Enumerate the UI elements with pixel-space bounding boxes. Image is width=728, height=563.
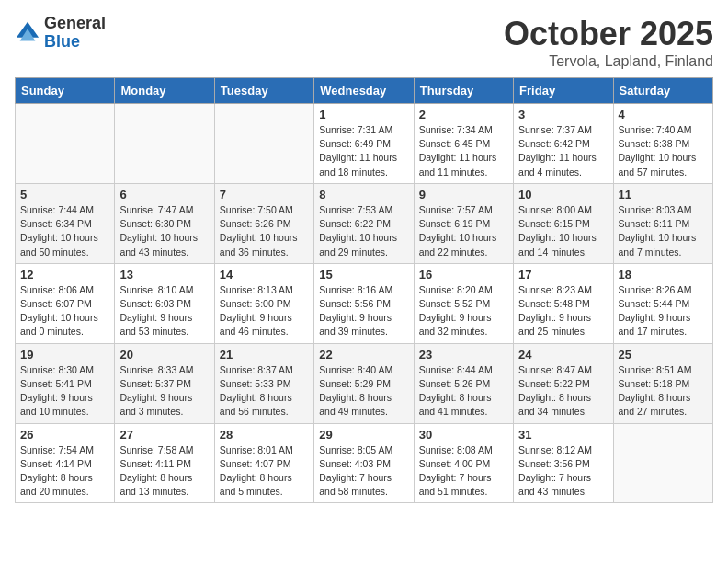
day-info: Sunrise: 7:31 AMSunset: 6:49 PMDaylight:… bbox=[319, 123, 408, 179]
day-number: 9 bbox=[419, 188, 508, 201]
calendar-cell: 8Sunrise: 7:53 AMSunset: 6:22 PMDaylight… bbox=[314, 183, 414, 263]
calendar-cell: 6Sunrise: 7:47 AMSunset: 6:30 PMDaylight… bbox=[115, 183, 214, 263]
calendar-cell: 20Sunrise: 8:33 AMSunset: 5:37 PMDayligh… bbox=[115, 343, 214, 423]
calendar-cell bbox=[613, 423, 712, 503]
day-info: Sunrise: 8:33 AMSunset: 5:37 PMDaylight:… bbox=[119, 363, 209, 419]
day-info: Sunrise: 7:57 AMSunset: 6:19 PMDaylight:… bbox=[419, 203, 508, 259]
day-info: Sunrise: 8:03 AMSunset: 6:11 PMDaylight:… bbox=[619, 203, 708, 259]
day-info: Sunrise: 7:54 AMSunset: 4:14 PMDaylight:… bbox=[20, 443, 109, 500]
weekday-header-thursday: Thursday bbox=[414, 78, 513, 104]
calendar-cell: 3Sunrise: 7:37 AMSunset: 6:42 PMDaylight… bbox=[514, 104, 613, 184]
week-row-3: 12Sunrise: 8:06 AMSunset: 6:07 PMDayligh… bbox=[16, 263, 713, 343]
day-info: Sunrise: 8:26 AMSunset: 5:44 PMDaylight:… bbox=[619, 283, 708, 339]
day-info: Sunrise: 8:23 AMSunset: 5:48 PMDaylight:… bbox=[518, 283, 608, 339]
day-info: Sunrise: 8:10 AMSunset: 6:03 PMDaylight:… bbox=[119, 283, 209, 339]
day-info: Sunrise: 8:30 AMSunset: 5:41 PMDaylight:… bbox=[20, 363, 109, 419]
day-number: 21 bbox=[220, 348, 309, 362]
day-info: Sunrise: 7:58 AMSunset: 4:11 PMDaylight:… bbox=[119, 443, 209, 500]
day-info: Sunrise: 8:00 AMSunset: 6:15 PMDaylight:… bbox=[518, 203, 608, 259]
day-number: 7 bbox=[220, 188, 309, 201]
calendar-cell: 7Sunrise: 7:50 AMSunset: 6:26 PMDaylight… bbox=[214, 183, 313, 263]
day-number: 1 bbox=[319, 108, 408, 121]
calendar-cell: 16Sunrise: 8:20 AMSunset: 5:52 PMDayligh… bbox=[414, 263, 513, 343]
day-info: Sunrise: 8:13 AMSunset: 6:00 PMDaylight:… bbox=[220, 283, 309, 339]
calendar-cell: 26Sunrise: 7:54 AMSunset: 4:14 PMDayligh… bbox=[16, 423, 115, 503]
day-info: Sunrise: 7:44 AMSunset: 6:34 PMDaylight:… bbox=[20, 203, 109, 259]
calendar-cell: 25Sunrise: 8:51 AMSunset: 5:18 PMDayligh… bbox=[613, 343, 712, 423]
day-info: Sunrise: 8:05 AMSunset: 4:03 PMDaylight:… bbox=[319, 443, 408, 500]
day-info: Sunrise: 8:40 AMSunset: 5:29 PMDaylight:… bbox=[319, 363, 408, 419]
calendar-cell: 10Sunrise: 8:00 AMSunset: 6:15 PMDayligh… bbox=[514, 183, 613, 263]
calendar-cell: 1Sunrise: 7:31 AMSunset: 6:49 PMDaylight… bbox=[314, 104, 414, 184]
calendar-cell: 22Sunrise: 8:40 AMSunset: 5:29 PMDayligh… bbox=[314, 343, 414, 423]
calendar-cell: 17Sunrise: 8:23 AMSunset: 5:48 PMDayligh… bbox=[514, 263, 613, 343]
day-info: Sunrise: 8:12 AMSunset: 3:56 PMDaylight:… bbox=[518, 443, 608, 500]
day-info: Sunrise: 8:44 AMSunset: 5:26 PMDaylight:… bbox=[419, 363, 508, 419]
week-row-5: 26Sunrise: 7:54 AMSunset: 4:14 PMDayligh… bbox=[16, 423, 713, 503]
day-info: Sunrise: 7:47 AMSunset: 6:30 PMDaylight:… bbox=[119, 203, 209, 259]
day-number: 27 bbox=[119, 428, 209, 442]
logo-blue-text: Blue bbox=[44, 33, 106, 52]
week-row-1: 1Sunrise: 7:31 AMSunset: 6:49 PMDaylight… bbox=[16, 104, 713, 184]
calendar-cell: 13Sunrise: 8:10 AMSunset: 6:03 PMDayligh… bbox=[115, 263, 214, 343]
calendar-cell: 19Sunrise: 8:30 AMSunset: 5:41 PMDayligh… bbox=[16, 343, 115, 423]
weekday-header-wednesday: Wednesday bbox=[314, 78, 414, 104]
calendar-cell: 21Sunrise: 8:37 AMSunset: 5:33 PMDayligh… bbox=[214, 343, 313, 423]
calendar-cell: 31Sunrise: 8:12 AMSunset: 3:56 PMDayligh… bbox=[514, 423, 613, 503]
calendar-cell: 30Sunrise: 8:08 AMSunset: 4:00 PMDayligh… bbox=[414, 423, 513, 503]
location-title: Tervola, Lapland, Finland bbox=[504, 53, 713, 70]
day-number: 8 bbox=[319, 188, 408, 201]
day-number: 22 bbox=[319, 348, 408, 362]
calendar-cell bbox=[214, 104, 313, 184]
calendar-cell: 23Sunrise: 8:44 AMSunset: 5:26 PMDayligh… bbox=[414, 343, 513, 423]
day-info: Sunrise: 8:37 AMSunset: 5:33 PMDaylight:… bbox=[220, 363, 309, 419]
calendar-cell: 5Sunrise: 7:44 AMSunset: 6:34 PMDaylight… bbox=[16, 183, 115, 263]
calendar-cell: 14Sunrise: 8:13 AMSunset: 6:00 PMDayligh… bbox=[214, 263, 313, 343]
day-number: 10 bbox=[518, 188, 608, 201]
day-info: Sunrise: 7:53 AMSunset: 6:22 PMDaylight:… bbox=[319, 203, 408, 259]
day-number: 6 bbox=[119, 188, 209, 201]
weekday-header-tuesday: Tuesday bbox=[214, 78, 313, 104]
day-number: 19 bbox=[20, 348, 109, 362]
calendar-cell: 4Sunrise: 7:40 AMSunset: 6:38 PMDaylight… bbox=[613, 104, 712, 184]
day-number: 11 bbox=[619, 188, 708, 201]
logo-text: General Blue bbox=[44, 15, 106, 52]
day-number: 16 bbox=[419, 268, 508, 282]
day-info: Sunrise: 7:40 AMSunset: 6:38 PMDaylight:… bbox=[619, 123, 708, 179]
calendar-cell: 12Sunrise: 8:06 AMSunset: 6:07 PMDayligh… bbox=[16, 263, 115, 343]
day-number: 3 bbox=[518, 108, 608, 121]
day-number: 26 bbox=[20, 428, 109, 442]
day-number: 31 bbox=[518, 428, 608, 442]
day-number: 13 bbox=[119, 268, 209, 282]
week-row-4: 19Sunrise: 8:30 AMSunset: 5:41 PMDayligh… bbox=[16, 343, 713, 423]
title-area: October 2025 Tervola, Lapland, Finland bbox=[504, 15, 713, 70]
header: General Blue October 2025 Tervola, Lapla… bbox=[15, 15, 713, 70]
day-number: 17 bbox=[518, 268, 608, 282]
day-info: Sunrise: 8:01 AMSunset: 4:07 PMDaylight:… bbox=[220, 443, 309, 500]
day-info: Sunrise: 7:50 AMSunset: 6:26 PMDaylight:… bbox=[220, 203, 309, 259]
month-title: October 2025 bbox=[504, 15, 713, 53]
day-info: Sunrise: 7:37 AMSunset: 6:42 PMDaylight:… bbox=[518, 123, 608, 179]
calendar-cell: 29Sunrise: 8:05 AMSunset: 4:03 PMDayligh… bbox=[314, 423, 414, 503]
weekday-header-monday: Monday bbox=[115, 78, 214, 104]
weekday-header-sunday: Sunday bbox=[16, 78, 115, 104]
day-info: Sunrise: 7:34 AMSunset: 6:45 PMDaylight:… bbox=[419, 123, 508, 179]
weekday-header-saturday: Saturday bbox=[613, 78, 712, 104]
day-info: Sunrise: 8:08 AMSunset: 4:00 PMDaylight:… bbox=[419, 443, 508, 500]
day-number: 12 bbox=[20, 268, 109, 282]
day-number: 5 bbox=[20, 188, 109, 201]
day-number: 20 bbox=[119, 348, 209, 362]
day-info: Sunrise: 8:16 AMSunset: 5:56 PMDaylight:… bbox=[319, 283, 408, 339]
calendar-cell: 24Sunrise: 8:47 AMSunset: 5:22 PMDayligh… bbox=[514, 343, 613, 423]
day-number: 2 bbox=[419, 108, 508, 121]
day-number: 29 bbox=[319, 428, 408, 442]
calendar-cell bbox=[16, 104, 115, 184]
day-number: 14 bbox=[220, 268, 309, 282]
calendar-cell: 9Sunrise: 7:57 AMSunset: 6:19 PMDaylight… bbox=[414, 183, 513, 263]
day-number: 28 bbox=[220, 428, 309, 442]
calendar-cell: 18Sunrise: 8:26 AMSunset: 5:44 PMDayligh… bbox=[613, 263, 712, 343]
day-number: 4 bbox=[619, 108, 708, 121]
calendar-cell bbox=[115, 104, 214, 184]
day-number: 25 bbox=[619, 348, 708, 362]
day-number: 18 bbox=[619, 268, 708, 282]
